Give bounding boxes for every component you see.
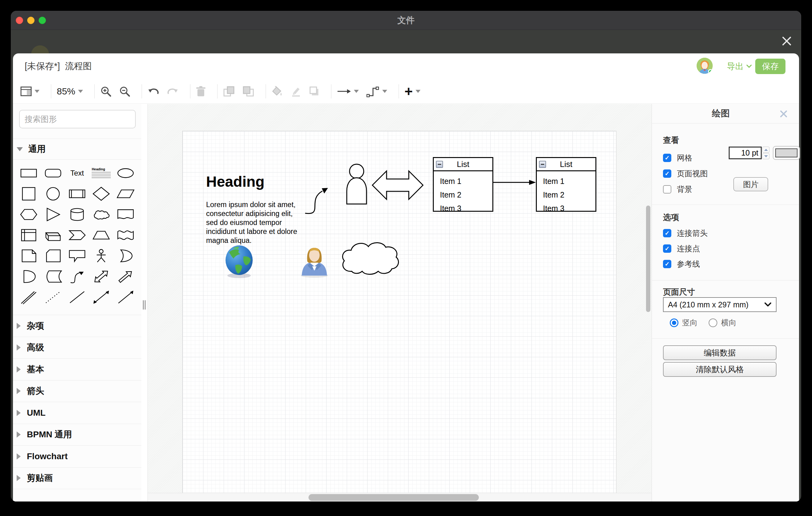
shape-actor[interactable] — [89, 245, 113, 266]
clear-default-style-button[interactable]: 清除默认风格 — [663, 362, 777, 377]
sidebar-section-general[interactable]: 通用 — [13, 139, 141, 160]
shape-diamond[interactable] — [89, 183, 113, 204]
shape-tape[interactable] — [114, 225, 138, 245]
canvas-curve-connector[interactable] — [304, 183, 335, 216]
sidebar-resize-handle[interactable] — [143, 300, 146, 310]
grid-color-swatch[interactable] — [773, 146, 800, 160]
zoom-traffic-light[interactable] — [38, 17, 46, 24]
undo-button[interactable] — [147, 86, 159, 96]
close-icon[interactable] — [781, 35, 792, 47]
shape-process[interactable] — [65, 183, 89, 204]
shape-parallelogram[interactable] — [114, 183, 138, 204]
horizontal-scrollbar-thumb[interactable] — [309, 494, 479, 501]
guides-checkbox[interactable]: ✓ — [663, 260, 671, 268]
list-item[interactable]: Item 3 — [440, 202, 492, 215]
portrait-radio[interactable] — [670, 318, 678, 327]
redo-button[interactable] — [167, 86, 179, 96]
horizontal-scrollbar-track[interactable] — [148, 493, 651, 501]
shape-or[interactable] — [114, 245, 138, 266]
view-panel-toggle-button[interactable] — [20, 86, 39, 96]
shape-hexagon[interactable] — [17, 204, 41, 225]
grid-checkbox[interactable]: ✓ — [663, 154, 671, 162]
collapse-icon[interactable] — [436, 161, 443, 168]
shape-bidirectional-arrow[interactable] — [89, 266, 113, 287]
zoom-level-dropdown[interactable]: 85% — [57, 86, 83, 96]
shape-rectangle[interactable] — [17, 163, 41, 183]
vertical-scrollbar-thumb[interactable] — [646, 205, 650, 312]
page-size-select[interactable]: A4 (210 mm x 297 mm) — [663, 297, 777, 312]
to-back-button[interactable] — [242, 86, 254, 97]
shape-dashed-line[interactable] — [41, 287, 65, 307]
shape-curve[interactable] — [65, 266, 89, 287]
sidebar-category-misc[interactable]: 杂项 — [13, 315, 141, 337]
sidebar-category-flowchart[interactable]: Flowchart — [13, 445, 141, 467]
shape-circle[interactable] — [41, 183, 65, 204]
canvas-woman-image[interactable] — [298, 243, 331, 278]
shape-cylinder[interactable] — [65, 204, 89, 225]
collapse-icon[interactable] — [539, 161, 546, 168]
canvas-paragraph-text[interactable]: Lorem ipsum dolor sit amet, consectetur … — [206, 200, 303, 245]
shape-step[interactable] — [65, 225, 89, 245]
shape-cloud[interactable] — [89, 204, 113, 225]
shape-text[interactable]: Text — [65, 163, 89, 183]
shape-data-storage[interactable] — [41, 266, 65, 287]
zoom-out-button[interactable] — [119, 86, 130, 97]
stepper-down-button[interactable] — [762, 153, 770, 159]
delete-button[interactable] — [196, 86, 206, 97]
shape-textbox[interactable]: Heading — [89, 163, 113, 183]
canvas-actor-shape[interactable] — [345, 163, 368, 205]
list-item[interactable]: Item 2 — [440, 188, 492, 202]
line-color-button[interactable] — [290, 86, 301, 97]
canvas-list-connector[interactable] — [493, 179, 536, 186]
sidebar-category-arrows[interactable]: 箭头 — [13, 380, 141, 402]
shape-arrow-shape[interactable] — [114, 266, 138, 287]
insert-button[interactable]: + — [404, 85, 420, 97]
canvas-cloud-shape[interactable] — [338, 237, 400, 281]
shape-and[interactable] — [17, 266, 41, 287]
shape-note[interactable] — [17, 245, 41, 266]
shape-cube[interactable] — [41, 225, 65, 245]
shape-triangle[interactable] — [41, 204, 65, 225]
list-item[interactable]: Item 1 — [440, 174, 492, 188]
sidebar-category-uml[interactable]: UML — [13, 402, 141, 424]
list-item[interactable]: Item 1 — [543, 174, 596, 188]
diagram-canvas[interactable]: Heading Lorem ipsum dolor sit amet, cons… — [148, 104, 651, 501]
export-button[interactable]: 导出 — [727, 53, 752, 79]
canvas-list-2[interactable]: List Item 1 Item 2 Item 3 — [536, 157, 596, 212]
shape-link[interactable] — [17, 287, 41, 307]
canvas-list-1[interactable]: List Item 1 Item 2 Item 3 — [433, 157, 493, 212]
minimize-traffic-light[interactable] — [27, 17, 34, 24]
landscape-radio[interactable] — [709, 318, 717, 327]
waypoint-style-button[interactable] — [367, 85, 387, 97]
grid-size-stepper[interactable] — [762, 147, 770, 159]
shape-internal-storage[interactable] — [17, 225, 41, 245]
list-item[interactable]: Item 2 — [543, 188, 596, 202]
shadow-button[interactable] — [309, 86, 320, 96]
shape-square[interactable] — [17, 183, 41, 204]
save-button[interactable]: 保存 — [755, 59, 785, 74]
canvas-double-arrow-shape[interactable] — [371, 165, 424, 205]
panel-close-icon[interactable] — [779, 109, 788, 119]
stepper-up-button[interactable] — [762, 147, 770, 153]
close-traffic-light[interactable] — [16, 17, 23, 24]
to-front-button[interactable] — [223, 86, 235, 97]
sidebar-category-clipart[interactable]: 剪贴画 — [13, 467, 141, 489]
page-view-checkbox[interactable]: ✓ — [663, 169, 671, 178]
canvas-globe-image[interactable] — [224, 244, 254, 279]
search-input[interactable] — [20, 114, 133, 124]
edit-data-button[interactable]: 编辑数据 — [663, 345, 777, 360]
shape-card[interactable] — [41, 245, 65, 266]
shape-ellipse[interactable] — [114, 163, 138, 183]
sidebar-category-basic[interactable]: 基本 — [13, 358, 141, 380]
zoom-in-button[interactable] — [100, 86, 111, 97]
shape-bidirectional-line[interactable] — [89, 287, 113, 307]
shape-line[interactable] — [65, 287, 89, 307]
image-button[interactable]: 图片 — [733, 177, 768, 191]
connection-points-checkbox[interactable]: ✓ — [663, 245, 671, 253]
connection-arrow-button[interactable] — [337, 88, 359, 94]
fill-color-button[interactable] — [271, 86, 283, 96]
sidebar-category-advanced[interactable]: 高级 — [13, 337, 141, 359]
list-item[interactable]: Item 3 — [543, 202, 596, 215]
shape-directional-line[interactable] — [114, 287, 138, 307]
canvas-heading-text[interactable]: Heading — [206, 173, 264, 190]
